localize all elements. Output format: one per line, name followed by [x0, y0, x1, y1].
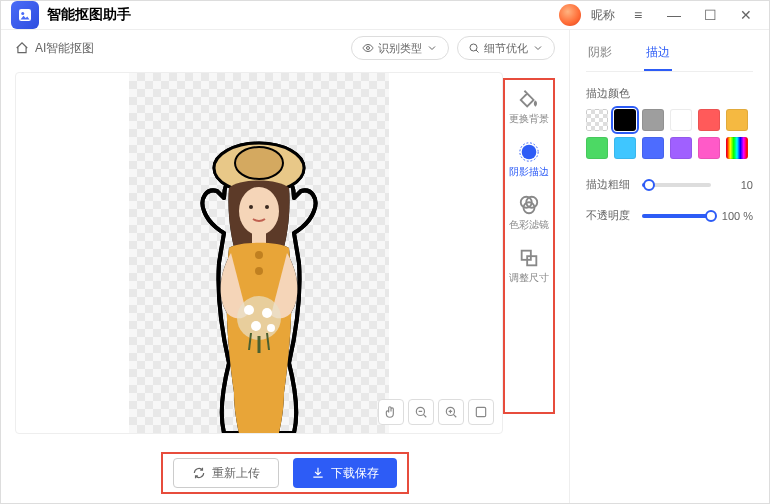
svg-point-15	[251, 321, 261, 331]
svg-point-10	[255, 251, 263, 259]
color-swatch[interactable]	[698, 109, 720, 131]
canvas-wrapper	[15, 72, 503, 434]
breadcrumb[interactable]: AI智能抠图	[15, 40, 94, 57]
color-swatch[interactable]	[642, 109, 664, 131]
svg-point-6	[239, 187, 279, 235]
close-button[interactable]: ✕	[733, 2, 759, 28]
svg-point-8	[265, 205, 269, 209]
opacity-slider[interactable]	[642, 214, 711, 218]
recognize-type-button[interactable]: 识别类型	[351, 36, 449, 60]
subject-image	[169, 133, 349, 433]
tab-shadow[interactable]: 阴影	[586, 38, 614, 71]
minimize-button[interactable]: —	[661, 2, 687, 28]
svg-point-7	[249, 205, 253, 209]
chevron-down-icon	[426, 42, 438, 54]
reupload-button[interactable]: 重新上传	[173, 458, 279, 488]
color-swatch[interactable]	[726, 109, 748, 131]
color-swatch[interactable]	[586, 137, 608, 159]
thickness-label: 描边粗细	[586, 177, 634, 192]
svg-point-16	[267, 324, 275, 332]
tool-shadow-stroke[interactable]: 阴影描边	[505, 137, 553, 182]
zoom-in-icon[interactable]	[438, 399, 464, 425]
svg-point-1	[21, 12, 24, 15]
refresh-icon	[192, 466, 206, 480]
svg-point-5	[235, 147, 283, 179]
detail-optimize-button[interactable]: 细节优化	[457, 36, 555, 60]
avatar[interactable]	[559, 4, 581, 26]
tool-change-bg[interactable]: 更换背景	[505, 84, 553, 129]
svg-point-2	[367, 47, 370, 50]
action-buttons: 重新上传 下载保存	[161, 452, 409, 494]
color-swatch[interactable]	[614, 137, 636, 159]
thickness-value: 10	[719, 179, 753, 191]
svg-point-12	[237, 296, 281, 340]
color-swatch[interactable]	[642, 137, 664, 159]
thickness-slider[interactable]	[642, 183, 711, 187]
svg-point-14	[262, 308, 272, 318]
color-swatch[interactable]	[670, 137, 692, 159]
svg-point-3	[470, 44, 477, 51]
resize-icon	[518, 247, 540, 269]
venn-icon	[518, 194, 540, 216]
tool-resize[interactable]: 调整尺寸	[505, 243, 553, 288]
app-logo	[11, 1, 39, 29]
chevron-down-icon	[532, 42, 544, 54]
canvas[interactable]	[16, 73, 502, 433]
opacity-value: 100 %	[719, 210, 753, 222]
circle-icon	[518, 141, 540, 163]
color-swatch[interactable]	[614, 109, 636, 131]
download-icon	[311, 466, 325, 480]
breadcrumb-label: AI智能抠图	[35, 40, 94, 57]
eye-icon	[362, 42, 374, 54]
home-icon	[15, 41, 29, 55]
stroke-color-label: 描边颜色	[586, 86, 753, 101]
properties-panel: 阴影 描边 描边颜色 描边粗细 10 不透明度 100 %	[569, 30, 769, 504]
color-swatch[interactable]	[726, 137, 748, 159]
nickname[interactable]: 昵称	[591, 7, 615, 24]
tab-stroke[interactable]: 描边	[644, 38, 672, 71]
fit-screen-icon[interactable]	[468, 399, 494, 425]
tool-column: 更换背景 阴影描边 色彩滤镜 调整尺寸	[503, 78, 555, 414]
magnify-icon	[468, 42, 480, 54]
color-swatch[interactable]	[698, 137, 720, 159]
opacity-label: 不透明度	[586, 208, 634, 223]
app-title: 智能抠图助手	[47, 6, 131, 24]
svg-point-13	[244, 305, 254, 315]
title-bar: 智能抠图助手 昵称 ≡ — ☐ ✕	[1, 1, 769, 30]
svg-rect-22	[476, 407, 485, 416]
color-swatch[interactable]	[586, 109, 608, 131]
maximize-button[interactable]: ☐	[697, 2, 723, 28]
menu-icon[interactable]: ≡	[625, 2, 651, 28]
download-save-button[interactable]: 下载保存	[293, 458, 397, 488]
transparent-bg	[129, 73, 389, 433]
svg-point-11	[255, 267, 263, 275]
hand-tool-icon[interactable]	[378, 399, 404, 425]
zoom-out-icon[interactable]	[408, 399, 434, 425]
bucket-icon	[518, 88, 540, 110]
tool-color-filter[interactable]: 色彩滤镜	[505, 190, 553, 235]
stroke-color-swatches	[586, 109, 753, 159]
color-swatch[interactable]	[670, 109, 692, 131]
svg-point-23	[522, 145, 537, 160]
